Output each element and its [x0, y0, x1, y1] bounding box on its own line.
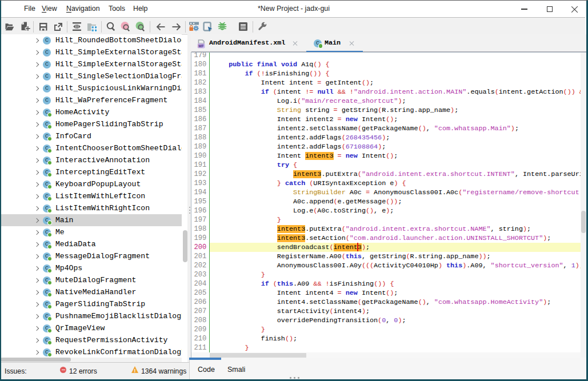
svg-text:MF: MF — [198, 44, 203, 48]
